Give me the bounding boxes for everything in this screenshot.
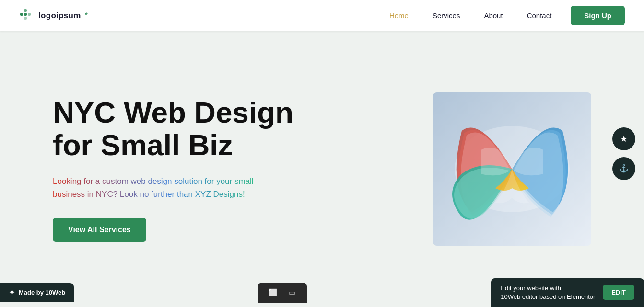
svg-rect-1 xyxy=(24,9,27,12)
edit-banner-text: Edit your website with 10Web editor base… xyxy=(501,284,595,301)
star-icon: ★ xyxy=(620,134,628,144)
mobile-icon: ▭ xyxy=(289,288,295,297)
logo[interactable]: logoipsum* xyxy=(19,8,88,23)
10web-icon: ✦ xyxy=(9,288,15,297)
svg-rect-2 xyxy=(24,13,27,16)
edit-line1: Edit your website with xyxy=(501,284,595,293)
made-by-badge[interactable]: ✦ Made by 10Web xyxy=(0,283,74,302)
logo-icon xyxy=(19,8,35,23)
desktop-icon: ⬜ xyxy=(269,288,278,297)
nav-about[interactable]: About xyxy=(484,11,503,20)
svg-rect-0 xyxy=(20,13,23,16)
hero-content: NYC Web Design for Small Biz Looking for… xyxy=(53,96,302,242)
floating-star-button[interactable]: ★ xyxy=(612,127,635,150)
signup-button[interactable]: Sign Up xyxy=(571,6,625,25)
desktop-device-button[interactable]: ⬜ xyxy=(265,286,281,299)
svg-rect-4 xyxy=(24,17,27,20)
hero-image xyxy=(433,92,591,246)
hero-subtitle: Looking for a custom web design solution… xyxy=(53,175,283,201)
device-switcher: ⬜ ▭ xyxy=(258,283,307,303)
hero-title: NYC Web Design for Small Biz xyxy=(53,96,302,161)
nav-home[interactable]: Home xyxy=(389,11,409,20)
edit-button[interactable]: EDIT xyxy=(603,285,634,300)
edit-banner: Edit your website with 10Web editor base… xyxy=(491,278,644,307)
svg-rect-3 xyxy=(28,13,31,16)
made-by-label: Made by 10Web xyxy=(19,289,65,296)
mobile-device-button[interactable]: ▭ xyxy=(284,286,300,299)
floating-buttons: ★ ⚓ xyxy=(612,127,635,180)
nav-links: Home Services About Contact xyxy=(389,11,551,20)
navbar: logoipsum* Home Services About Contact S… xyxy=(0,0,644,31)
logo-text: logoipsum xyxy=(38,11,81,21)
nav-services[interactable]: Services xyxy=(433,11,460,20)
floating-share-button[interactable]: ⚓ xyxy=(612,157,635,180)
hero-illustration xyxy=(433,92,591,246)
view-services-button[interactable]: View All Services xyxy=(53,218,146,242)
share-icon: ⚓ xyxy=(619,164,629,173)
edit-line2: 10Web editor based on Elementor xyxy=(501,293,595,301)
nav-contact[interactable]: Contact xyxy=(527,11,552,20)
hero-section: NYC Web Design for Small Biz Looking for… xyxy=(0,31,644,307)
